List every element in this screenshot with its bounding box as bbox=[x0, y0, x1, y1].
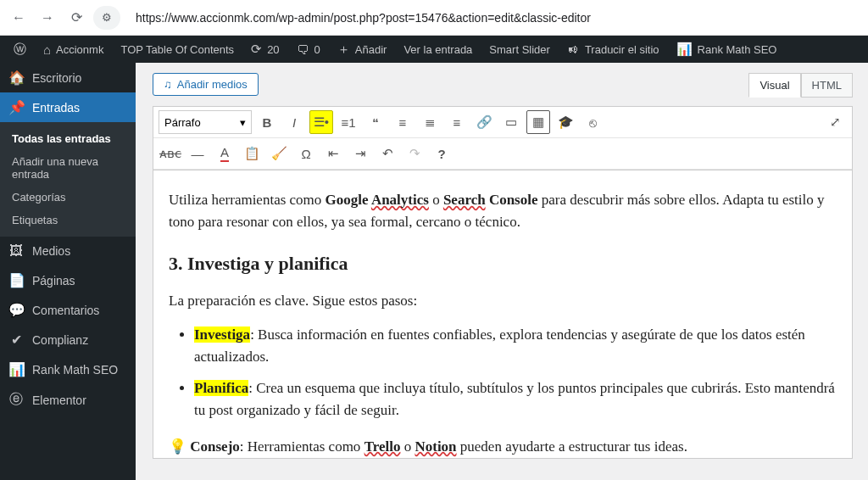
posts-label: Entradas bbox=[32, 101, 80, 114]
textcolor-button[interactable]: A bbox=[213, 142, 236, 165]
comments-link[interactable]: 🗨0 bbox=[290, 36, 327, 63]
list-item: Investiga: Busca información en fuentes … bbox=[194, 324, 837, 369]
toc-label: TOP Table Of Contents bbox=[120, 43, 234, 56]
posts-submenu: Todas las entradas Añadir una nueva entr… bbox=[0, 122, 136, 237]
pin-icon: 📌 bbox=[8, 99, 24, 115]
media-label: Medios bbox=[32, 244, 70, 258]
editor-tabs: Visual HTML bbox=[748, 73, 853, 98]
submenu-categories[interactable]: Categorías bbox=[0, 186, 136, 209]
content-paragraph: Utiliza herramientas como Google Analyti… bbox=[169, 189, 837, 234]
media-add-icon: ♫ bbox=[164, 78, 172, 91]
rankmath-link[interactable]: 📊Rank Math SEO bbox=[670, 36, 784, 63]
translate-link[interactable]: 🕫Traducir el sitio bbox=[560, 36, 666, 63]
site-name: Accionmk bbox=[56, 43, 103, 56]
forward-button[interactable]: → bbox=[36, 6, 59, 30]
smart-slider-link[interactable]: Smart Slider bbox=[482, 36, 557, 63]
complianz-label: Complianz bbox=[32, 333, 88, 347]
pages-label: Páginas bbox=[32, 274, 75, 287]
elementor-label: Elementor bbox=[32, 393, 86, 407]
menu-comments[interactable]: 💬Comentarios bbox=[0, 295, 136, 325]
paste-button[interactable]: 📋 bbox=[240, 142, 264, 165]
submenu-all-posts[interactable]: Todas las entradas bbox=[0, 127, 136, 150]
comment-icon: 🗨 bbox=[297, 42, 309, 57]
comments-icon: 💬 bbox=[8, 302, 24, 318]
outdent-button[interactable]: ⇤ bbox=[321, 142, 345, 165]
content-paragraph: La preparación es clave. Sigue estos pas… bbox=[169, 290, 837, 312]
updates-count: 20 bbox=[267, 43, 279, 56]
rankmath-sidebar-label: Rank Math SEO bbox=[32, 363, 118, 377]
menu-elementor[interactable]: ⓔElementor bbox=[0, 384, 136, 416]
wp-adminbar: ⓦ ⌂Accionmk TOP Table Of Contents ⟳20 🗨0… bbox=[0, 36, 868, 63]
updates-link[interactable]: ⟳20 bbox=[244, 36, 286, 63]
strikethrough-button[interactable]: ᴀʙᴄ bbox=[159, 142, 182, 165]
redo-button[interactable]: ↷ bbox=[403, 142, 426, 165]
chart-icon: 📊 bbox=[676, 42, 693, 57]
tab-html[interactable]: HTML bbox=[801, 73, 853, 98]
rankmath-label: Rank Math SEO bbox=[698, 43, 777, 56]
dashboard-icon: 🏠 bbox=[8, 70, 24, 86]
exit-button[interactable]: ⎋ bbox=[581, 110, 604, 134]
menu-complianz[interactable]: ✔Complianz bbox=[0, 325, 136, 354]
align-left-button[interactable]: ≡ bbox=[391, 110, 415, 134]
toolbar-toggle-button[interactable]: ▦ bbox=[526, 110, 550, 134]
add-media-button[interactable]: ♫ Añadir medios bbox=[153, 73, 259, 96]
pages-icon: 📄 bbox=[8, 272, 24, 288]
add-media-label: Añadir medios bbox=[177, 78, 248, 91]
content-heading: 3. Investiga y planifica bbox=[169, 249, 837, 278]
indent-button[interactable]: ⇥ bbox=[348, 142, 372, 165]
submenu-tags[interactable]: Etiquetas bbox=[0, 209, 136, 232]
home-icon: ⌂ bbox=[43, 42, 51, 57]
reload-button[interactable]: ⟳ bbox=[64, 6, 88, 30]
plus-icon: ＋ bbox=[337, 42, 350, 58]
numbered-list-button[interactable]: ≡1 bbox=[337, 110, 360, 134]
align-right-button[interactable]: ≡ bbox=[445, 110, 469, 134]
align-center-button[interactable]: ≣ bbox=[418, 110, 442, 134]
format-label: Párrafo bbox=[164, 116, 201, 129]
menu-dashboard[interactable]: 🏠Escritorio bbox=[0, 63, 136, 92]
tab-visual[interactable]: Visual bbox=[748, 73, 800, 98]
shield-icon: ✔ bbox=[8, 332, 24, 348]
smartslider-label: Smart Slider bbox=[489, 43, 550, 56]
elementor-icon: ⓔ bbox=[8, 391, 24, 409]
menu-media[interactable]: 🖼Medios bbox=[0, 237, 136, 265]
list-item: Planifica: Crea un esquema que incluya t… bbox=[194, 377, 837, 422]
readmore-button[interactable]: ▭ bbox=[499, 110, 523, 134]
menu-pages[interactable]: 📄Páginas bbox=[0, 265, 136, 295]
blockquote-button[interactable]: “ bbox=[364, 110, 387, 134]
content-list: Investiga: Busca información en fuentes … bbox=[194, 324, 837, 421]
back-button[interactable]: ← bbox=[7, 6, 31, 30]
chevron-down-icon: ▾ bbox=[240, 116, 246, 129]
special-char-button[interactable]: Ω bbox=[294, 142, 318, 165]
add-new-link[interactable]: ＋Añadir bbox=[331, 36, 394, 63]
view-label: Ver la entrada bbox=[403, 43, 472, 56]
url-bar[interactable]: https://www.accionmk.com/wp-admin/post.p… bbox=[125, 5, 861, 31]
editor-area: ♫ Añadir medios Visual HTML Párrafo▾ B I… bbox=[136, 63, 868, 480]
graduate-button[interactable]: 🎓 bbox=[554, 110, 577, 134]
toc-link[interactable]: TOP Table Of Contents bbox=[114, 36, 241, 63]
italic-button[interactable]: I bbox=[282, 110, 306, 134]
translate-icon: 🕫 bbox=[567, 42, 580, 57]
menu-rankmath[interactable]: 📊Rank Math SEO bbox=[0, 354, 136, 384]
hr-button[interactable]: — bbox=[186, 142, 209, 165]
wp-sidebar: 🏠Escritorio 📌Entradas Todas las entradas… bbox=[0, 63, 136, 480]
link-button[interactable]: 🔗 bbox=[472, 110, 496, 134]
site-link[interactable]: ⌂Accionmk bbox=[36, 36, 110, 63]
fullscreen-button[interactable]: ⤢ bbox=[823, 110, 847, 134]
translate-label: Traducir el sitio bbox=[585, 43, 659, 56]
format-select[interactable]: Párrafo▾ bbox=[159, 110, 252, 134]
editor-toolbar: Párrafo▾ B I ☰• ≡1 “ ≡ ≣ ≡ 🔗 ▭ ▦ 🎓 ⎋ ⤢ ᴀ… bbox=[153, 106, 853, 170]
chart-icon: 📊 bbox=[8, 361, 24, 377]
bold-button[interactable]: B bbox=[255, 110, 279, 134]
bullet-list-button[interactable]: ☰• bbox=[309, 110, 333, 134]
updates-icon: ⟳ bbox=[251, 42, 262, 57]
submenu-new-post[interactable]: Añadir una nueva entrada bbox=[0, 150, 136, 186]
view-post-link[interactable]: Ver la entrada bbox=[397, 36, 479, 63]
undo-button[interactable]: ↶ bbox=[376, 142, 399, 165]
site-info-icon[interactable]: ⚙ bbox=[93, 6, 120, 30]
browser-bar: ← → ⟳ ⚙ https://www.accionmk.com/wp-admi… bbox=[0, 0, 868, 36]
menu-posts[interactable]: 📌Entradas bbox=[0, 92, 136, 122]
clear-format-button[interactable]: 🧹 bbox=[267, 142, 291, 165]
wp-logo[interactable]: ⓦ bbox=[7, 36, 33, 63]
editor-content[interactable]: Utiliza herramientas como Google Analyti… bbox=[153, 170, 853, 459]
help-button[interactable]: ? bbox=[430, 142, 453, 165]
